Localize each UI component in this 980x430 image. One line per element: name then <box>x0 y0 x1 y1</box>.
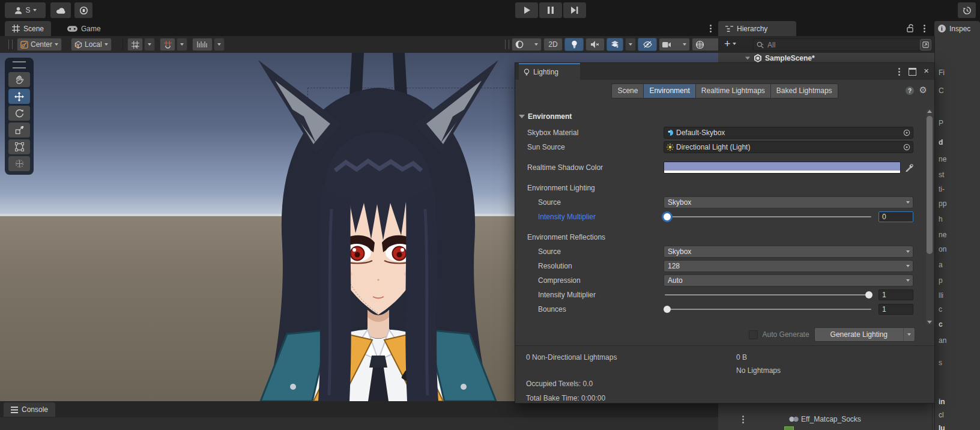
lighting-titlebar[interactable]: Lighting × <box>515 63 934 80</box>
toolbar-drag-handle[interactable] <box>505 40 509 49</box>
pivot-icon <box>20 41 28 49</box>
snap-increment-dropdown[interactable] <box>214 38 225 51</box>
hierarchy-search-input[interactable] <box>766 40 918 50</box>
skybox-material-row: Skybox Material Default-Skybox <box>515 126 926 140</box>
create-object-dropdown[interactable]: + <box>724 38 736 49</box>
skybox-material-value: Default-Skybox <box>676 129 901 137</box>
env-lighting-source-dropdown[interactable]: Skybox <box>664 196 913 208</box>
scroll-down-arrow-icon[interactable] <box>927 321 932 324</box>
lighting-window-tab[interactable]: Lighting <box>519 63 580 80</box>
env-reflections-intensity-field[interactable]: 1 <box>879 289 913 300</box>
grid-axis-dropdown[interactable] <box>144 38 155 51</box>
foldout-arrow-icon[interactable] <box>745 57 750 60</box>
pause-button[interactable] <box>539 2 562 18</box>
scene-panel-menu-kebab-icon[interactable] <box>706 23 715 33</box>
sun-source-field[interactable]: Directional Light (Light) <box>664 141 913 153</box>
toolbar-drag-handle[interactable] <box>8 40 13 49</box>
scale-tool-button[interactable] <box>8 123 30 138</box>
hand-tool-button[interactable] <box>8 72 30 87</box>
lighting-tab-realtime-lightmaps[interactable]: Realtime Lightmaps <box>696 84 771 98</box>
chevron-down-icon <box>906 201 910 204</box>
hierarchy-menu-kebab-icon[interactable] <box>920 23 928 33</box>
object-picker-icon[interactable] <box>903 129 910 136</box>
rotate-tool-button[interactable] <box>8 106 30 121</box>
auto-generate-checkbox[interactable] <box>749 330 758 339</box>
tab-game[interactable]: Game <box>60 21 108 36</box>
lighting-scrollbar[interactable] <box>926 109 933 325</box>
snap-magnet-dropdown[interactable] <box>177 38 187 51</box>
env-lighting-intensity-slider[interactable] <box>664 211 873 222</box>
inspector-panel-clipped: FiCPdnestti-pphneonaplliccansinclluUV <box>934 36 980 430</box>
inspector-edge-fragment: an <box>939 336 946 345</box>
main-toolbar: S <box>0 0 980 21</box>
maximize-icon[interactable] <box>909 68 916 76</box>
generate-lighting-button[interactable]: Generate Lighting <box>814 327 915 342</box>
play-icon <box>524 7 530 14</box>
env-lighting-intensity-field[interactable]: 0 <box>879 211 913 222</box>
close-icon[interactable]: × <box>924 65 929 76</box>
snap-magnet-button[interactable] <box>160 38 175 51</box>
eyedropper-icon[interactable] <box>906 164 913 172</box>
help-icon[interactable]: ? <box>906 86 914 95</box>
tab-console[interactable]: Console <box>4 402 55 417</box>
gear-icon[interactable]: ⚙ <box>919 85 927 95</box>
object-picker-icon[interactable] <box>903 144 910 151</box>
scene-lighting-toggle[interactable] <box>564 38 584 51</box>
shadow-color-swatch[interactable] <box>664 162 901 174</box>
tab-hierarchy[interactable]: Hierarchy <box>718 21 796 36</box>
env-reflections-source-dropdown[interactable]: Skybox <box>664 246 913 258</box>
move-tool-button[interactable] <box>8 89 30 104</box>
tab-scene-label: Scene <box>23 25 44 33</box>
scroll-up-arrow-icon[interactable] <box>927 110 932 113</box>
console-toolbar-clipped <box>0 417 718 430</box>
window-menu-kebab-icon[interactable] <box>895 67 903 76</box>
scene-picker-icon[interactable] <box>920 39 931 50</box>
resolution-dropdown[interactable]: 128 <box>664 260 913 272</box>
2d-toggle[interactable]: 2D <box>543 38 563 51</box>
environment-section-header[interactable]: Environment <box>515 110 926 123</box>
bounces-slider[interactable] <box>664 304 873 315</box>
hidden-objects-toggle[interactable] <box>638 38 657 51</box>
compression-dropdown[interactable]: Auto <box>664 274 913 286</box>
orientation-dropdown[interactable]: Local <box>71 38 112 51</box>
lock-open-icon[interactable] <box>907 24 915 32</box>
rect-tool-button[interactable] <box>8 139 30 154</box>
step-button[interactable] <box>563 2 586 18</box>
plus-icon: + <box>724 38 731 49</box>
inspector-edge-fragment: ne <box>939 231 946 239</box>
transform-tool-button[interactable] <box>8 156 30 171</box>
inspector-edge-fragment: lli <box>939 291 943 300</box>
audio-mute-toggle[interactable] <box>585 38 605 51</box>
tab-scene[interactable]: Scene <box>5 21 51 36</box>
lightmaps-count-label: 0 Non-Directional Lightmaps <box>526 353 617 362</box>
grid-axis-button[interactable]: Y <box>127 38 143 51</box>
effects-toggle[interactable] <box>606 38 623 51</box>
bounces-row: Bounces 1 <box>515 302 926 316</box>
pivot-mode-dropdown[interactable]: Center <box>17 38 62 51</box>
effects-dropdown[interactable] <box>625 38 636 51</box>
unity-services-button[interactable] <box>74 2 92 18</box>
undo-history-button[interactable] <box>958 2 976 18</box>
scrollbar-thumb[interactable] <box>927 116 933 254</box>
env-reflections-intensity-slider[interactable] <box>664 289 873 300</box>
shading-mode-dropdown[interactable] <box>512 38 542 51</box>
account-button[interactable]: S <box>5 2 46 18</box>
generate-dropdown-arrow[interactable] <box>903 328 915 341</box>
play-button[interactable] <box>515 2 538 18</box>
inspector-edge-fragment: ti- <box>939 185 945 193</box>
lighting-tab-baked-lightmaps[interactable]: Baked Lightmaps <box>771 84 838 98</box>
console-list-icon <box>11 407 18 413</box>
lighting-tab-scene[interactable]: Scene <box>612 84 644 98</box>
camera-dropdown[interactable] <box>659 38 690 51</box>
overlay-drag-handle[interactable] <box>13 61 26 68</box>
hierarchy-search[interactable] <box>753 38 921 51</box>
tab-inspector[interactable]: i Inspec <box>934 21 980 36</box>
hierarchy-item-row[interactable]: Eff_Matcap_Socks <box>718 413 934 425</box>
cloud-button[interactable] <box>50 2 71 18</box>
env-lighting-header-label: Environment Lighting <box>515 184 664 192</box>
lighting-tab-environment[interactable]: Environment <box>644 84 695 98</box>
bounces-field[interactable]: 1 <box>879 304 913 315</box>
skybox-material-field[interactable]: Default-Skybox <box>664 127 913 139</box>
snap-tools: Y <box>127 38 225 51</box>
snap-increment-button[interactable] <box>192 38 213 51</box>
